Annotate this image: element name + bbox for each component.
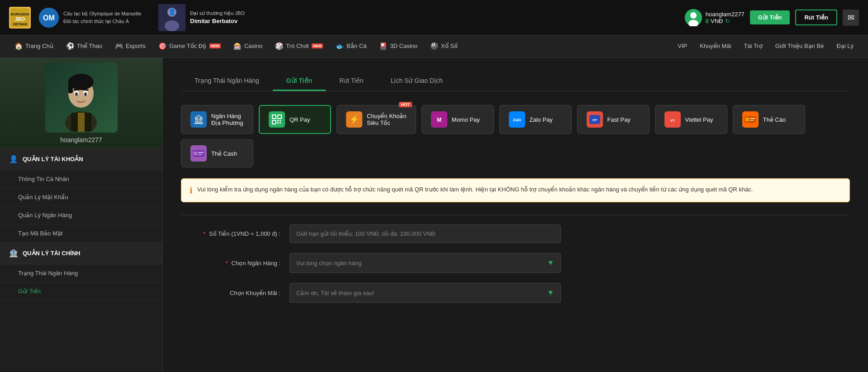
- nav-game-toc-do[interactable]: 🎯 Game Tốc Độ NEW: [153, 35, 226, 58]
- bank-icon: 🏦: [190, 111, 207, 128]
- svg-rect-38: [280, 122, 281, 124]
- username: hoanglam2277: [706, 11, 745, 18]
- ambassador: 👤 Đại sứ thương hiệu JBO Dimitar Berbato…: [158, 4, 245, 31]
- svg-rect-60: [194, 152, 197, 155]
- warning-text: Vui lòng kiểm tra ứng dụng ngân hàng của…: [197, 185, 753, 195]
- svg-text:VT: VT: [670, 119, 674, 123]
- sidebar-item-quan-ly-mat-khau[interactable]: Quản Lý Mật Khẩu: [0, 188, 162, 206]
- khuyen-mai-value: Cảm ơn, Tôi sẽ tham gia sau!: [296, 290, 374, 296]
- user-details: hoanglam2277 0 VNĐ ↻: [706, 11, 745, 24]
- finance-section-icon: 🏦: [9, 249, 18, 258]
- chon-ngan-hang-label: * Chọn Ngân Hàng :: [181, 260, 280, 267]
- warning-icon: ℹ: [190, 186, 193, 196]
- svg-rect-25: [78, 113, 85, 132]
- sidebar-item-thong-tin-ca-nhan[interactable]: Thông Tin Cá Nhân: [0, 170, 162, 188]
- sidebar-item-quan-ly-ngan-hang[interactable]: Quản Lý Ngân Hàng: [0, 206, 162, 224]
- main-nav: 🏠 Trang Chủ ⚽ Thể Thao 🎮 Esports 🎯 Game …: [0, 35, 868, 58]
- nav-esports[interactable]: 🎮 Esports: [109, 35, 151, 58]
- payment-viettel-pay[interactable]: VT Viettel Pay: [655, 105, 727, 134]
- svg-text:EURO2024: EURO2024: [11, 12, 29, 16]
- avatar-img: [45, 62, 118, 133]
- chon-khuyen-mai-select[interactable]: Cảm ơn, Tôi sẽ tham gia sau! ▼: [289, 283, 561, 303]
- svg-point-11: [690, 12, 697, 19]
- jbo-logo-icon: EURO2024 JBO VIETNAM: [9, 7, 31, 29]
- nav-xo-so[interactable]: 🎱 Xổ Số: [425, 35, 463, 58]
- payment-chuyen-khoan-sieu-toc[interactable]: HOT ⚡ Chuyển KhoảnSiêu Tốc: [337, 105, 416, 134]
- svg-rect-17: [68, 80, 73, 93]
- fastpay-icon: FP: [587, 111, 603, 128]
- nav-3d-casino[interactable]: 🎴 3D Casino: [374, 35, 423, 58]
- partner-text: Câu lạc bộ Olympique de Marseille Đối tá…: [63, 10, 141, 25]
- svg-text:FP: FP: [592, 118, 597, 122]
- the-cao-icon: [742, 111, 759, 128]
- payment-the-cao[interactable]: Thẻ Cào: [733, 105, 805, 134]
- sidebar-section-quan-ly-tai-khoan[interactable]: 👤 QUẢN LÝ TÀI KHOẢN: [0, 148, 162, 170]
- nav-right: VIP Khuyến Mãi Tài Trợ Giới Thiệu Bạn Bè…: [672, 35, 859, 58]
- svg-text:JBO: JBO: [15, 16, 25, 22]
- svg-point-20: [75, 92, 78, 96]
- nav-the-thao[interactable]: ⚽ Thể Thao: [61, 35, 108, 58]
- tab-gui-tien[interactable]: Gửi Tiền: [273, 72, 326, 91]
- chon-ngan-hang-select[interactable]: Vui lòng chọn ngân hàng ▼: [289, 253, 561, 273]
- sidebar-item-trang-thai-ngan-hang[interactable]: Trạng Thái Ngân Hàng: [0, 264, 162, 282]
- nav-khuyen-mai[interactable]: Khuyến Mãi: [694, 35, 736, 58]
- form-row-so-tien: * Số Tiền (1VND = 1,000 đ) :: [181, 224, 850, 243]
- logo-jbo[interactable]: EURO2024 JBO VIETNAM: [9, 7, 31, 29]
- viettel-icon: VT: [664, 111, 681, 128]
- sidebar-username: hoanglam2277: [60, 136, 102, 143]
- nav-tro-choi[interactable]: 🎲 Trò Chơi NEW: [270, 35, 328, 58]
- payment-ngan-hang-dia-phuong[interactable]: 🏦 Ngân HàngĐịa Phương: [181, 105, 253, 134]
- tab-rut-tien[interactable]: Rút Tiền: [326, 72, 377, 91]
- payment-fast-pay[interactable]: FP Fast Pay: [577, 105, 650, 134]
- ngan-hang-placeholder: Vui lòng chọn ngân hàng: [296, 260, 361, 267]
- tab-trang-thai-ngan-hang[interactable]: Trạng Thái Ngân Hàng: [181, 72, 273, 91]
- svg-text:Zalo: Zalo: [512, 118, 521, 122]
- payment-zalo-pay[interactable]: Zalo Zalo Pay: [499, 105, 572, 134]
- sidebar: hoanglam2277 👤 QUẢN LÝ TÀI KHOẢN Thông T…: [0, 58, 163, 372]
- lightning-icon: ⚡: [346, 111, 362, 128]
- payment-methods-grid: 🏦 Ngân HàngĐịa Phương: [181, 105, 850, 167]
- nav-casino[interactable]: 🎰 Casino: [228, 35, 268, 58]
- payment-momo-pay[interactable]: M Momo Pay: [422, 105, 494, 134]
- header-gui-tien-button[interactable]: Gửi Tiền: [750, 10, 790, 24]
- sidebar-item-tao-ma-bao-mat[interactable]: Tạo Mã Bảo Mật: [0, 224, 162, 243]
- sidebar-section-quan-ly-tai-chinh[interactable]: 🏦 QUẢN LÝ TÀI CHÍNH: [0, 243, 162, 264]
- esports-icon: 🎮: [115, 42, 123, 50]
- nav-ban-ca[interactable]: 🐟 Bắn Cá: [330, 35, 372, 58]
- svg-rect-34: [273, 121, 275, 124]
- svg-rect-37: [277, 122, 279, 124]
- nav-trang-chu[interactable]: 🏠 Trang Chủ: [9, 35, 59, 58]
- 3d-icon: 🎴: [379, 42, 388, 50]
- user-avatar: [685, 9, 702, 26]
- tro-choi-icon: 🎲: [275, 42, 284, 50]
- header-rut-tien-button[interactable]: Rút Tiền: [795, 10, 837, 25]
- so-tien-label: * Số Tiền (1VND = 1,000 đ) :: [181, 230, 280, 237]
- payment-qr-pay[interactable]: QR Pay: [259, 105, 331, 134]
- form-row-chon-khuyen-mai: Chọn Khuyến Mãi : Cảm ơn, Tôi sẽ tham gi…: [181, 283, 850, 303]
- xoso-icon: 🎱: [430, 42, 439, 50]
- payment-the-cash[interactable]: Thẻ Cash: [181, 139, 253, 167]
- svg-point-8: [165, 20, 179, 31]
- ambassador-text: Đại sứ thương hiệu JBO Dimitar Berbatov: [190, 10, 245, 26]
- nav-vip[interactable]: VIP: [672, 35, 693, 58]
- logo-area: EURO2024 JBO VIETNAM OM Câu lạc bộ Olymp…: [9, 4, 245, 31]
- svg-point-21: [84, 92, 87, 96]
- nav-tai-tro[interactable]: Tài Trợ: [739, 35, 768, 58]
- refresh-icon[interactable]: ↻: [725, 18, 730, 24]
- nav-gioi-thieu[interactable]: Giới Thiệu Bạn Bè: [770, 35, 830, 58]
- partner-info: OM Câu lạc bộ Olympique de Marseille Đối…: [39, 8, 141, 28]
- nav-dai-ly[interactable]: Đại Lý: [831, 35, 859, 58]
- tab-lich-su-giao-dich[interactable]: Lịch Sử Giao Dịch: [377, 72, 456, 91]
- sidebar-item-gui-tien[interactable]: Gửi Tiền: [0, 282, 162, 300]
- svg-text:🏦: 🏦: [194, 114, 204, 124]
- content-area: Trạng Thái Ngân Hàng Gửi Tiền Rút Tiền L…: [163, 58, 868, 372]
- fish-icon: 🐟: [336, 42, 344, 50]
- tabs-row: Trạng Thái Ngân Hàng Gửi Tiền Rút Tiền L…: [181, 72, 850, 91]
- svg-rect-32: [278, 115, 281, 118]
- so-tien-input[interactable]: [289, 224, 561, 243]
- form-row-chon-ngan-hang: * Chọn Ngân Hàng : Vui lòng chọn ngân hà…: [181, 253, 850, 273]
- svg-rect-56: [750, 118, 755, 119]
- svg-text:⚡: ⚡: [349, 114, 360, 124]
- top-header: EURO2024 JBO VIETNAM OM Câu lạc bộ Olymp…: [0, 0, 868, 35]
- mail-icon[interactable]: ✉: [843, 10, 859, 26]
